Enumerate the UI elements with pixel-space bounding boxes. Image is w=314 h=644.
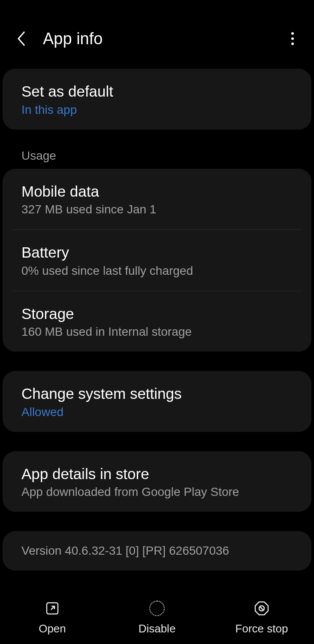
action-label: Force stop — [236, 622, 288, 635]
item-subtitle: Allowed — [21, 405, 293, 419]
chevron-left-icon — [17, 31, 26, 46]
more-options-button[interactable] — [284, 30, 301, 47]
change-system-card: Change system settings Allowed — [3, 371, 311, 432]
page-title: App info — [43, 30, 284, 48]
open-icon — [45, 601, 60, 616]
mobile-data-item[interactable]: Mobile data 327 MB used since Jan 1 — [3, 169, 311, 230]
item-title: Change system settings — [21, 384, 293, 404]
storage-item[interactable]: Storage 160 MB used in Internal storage — [3, 291, 311, 352]
disable-button[interactable]: Disable — [105, 601, 209, 635]
action-label: Disable — [139, 622, 176, 635]
change-system-settings-item[interactable]: Change system settings Allowed — [3, 371, 311, 432]
version-card: Version 40.6.32-31 [0] [PR] 626507036 — [3, 531, 311, 571]
set-default-card: Set as default In this app — [3, 69, 311, 130]
force-stop-icon — [254, 601, 269, 616]
item-subtitle: 160 MB used in Internal storage — [21, 325, 293, 339]
version-text: Version 40.6.32-31 [0] [PR] 626507036 — [21, 544, 293, 558]
open-button[interactable]: Open — [0, 601, 105, 635]
item-subtitle: In this app — [21, 103, 293, 117]
force-stop-button[interactable]: Force stop — [209, 601, 314, 635]
app-details-card: App details in store App downloaded from… — [3, 451, 311, 512]
item-title: Set as default — [21, 82, 293, 101]
item-title: App details in store — [21, 464, 293, 484]
battery-item[interactable]: Battery 0% used since last fully charged — [3, 230, 311, 291]
bottom-action-bar: Open Disable Force stop — [0, 595, 314, 644]
item-subtitle: 327 MB used since Jan 1 — [21, 203, 293, 216]
disable-icon — [149, 601, 165, 616]
back-button[interactable] — [13, 30, 30, 47]
item-title: Battery — [21, 243, 293, 262]
item-title: Mobile data — [21, 182, 293, 201]
more-vertical-icon — [291, 32, 294, 45]
app-details-store-item[interactable]: App details in store App downloaded from… — [3, 451, 311, 512]
svg-line-4 — [260, 607, 264, 611]
item-subtitle: App downloaded from Google Play Store — [21, 485, 293, 499]
set-as-default-item[interactable]: Set as default In this app — [3, 69, 311, 130]
content-area: Set as default In this app Usage Mobile … — [0, 69, 314, 571]
header: App info — [0, 0, 314, 69]
usage-card: Mobile data 327 MB used since Jan 1 Batt… — [3, 169, 311, 352]
item-title: Storage — [21, 304, 293, 324]
item-subtitle: 0% used since last fully charged — [21, 264, 293, 278]
usage-section-header: Usage — [3, 149, 311, 169]
action-label: Open — [39, 622, 66, 635]
